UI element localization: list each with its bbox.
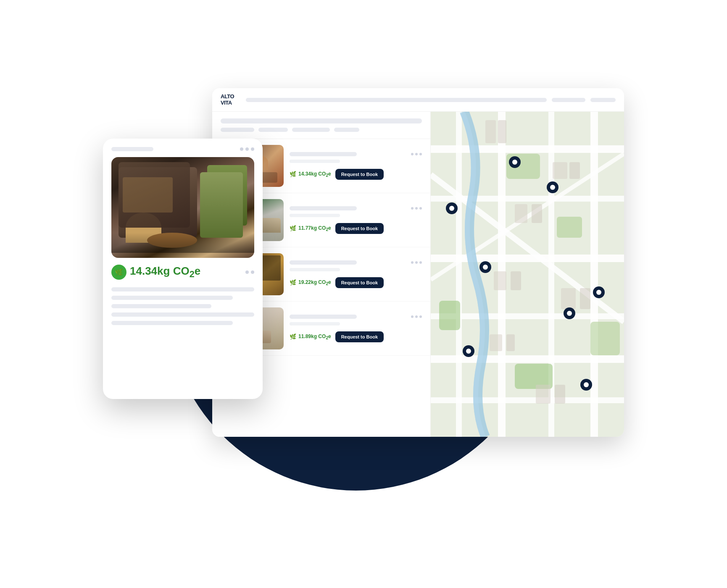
svg-rect-27 bbox=[580, 288, 590, 309]
svg-point-47 bbox=[584, 382, 589, 387]
co2-badge-3: 🌿 19.22kg CO2e bbox=[290, 279, 331, 286]
listing-title-bar-4 bbox=[290, 315, 422, 319]
listing-sub-2 bbox=[290, 214, 340, 217]
svg-point-41 bbox=[567, 311, 572, 316]
svg-rect-18 bbox=[485, 120, 496, 143]
map-panel bbox=[431, 112, 624, 437]
co2-badge-1: 🌿 14.34kg CO2e bbox=[290, 171, 331, 178]
browser-window: ALTO VITA bbox=[212, 88, 624, 437]
dot bbox=[415, 153, 418, 155]
listing-name-3 bbox=[290, 260, 357, 265]
listing-info-4: 🌿 11.89kg CO2e Request to Book bbox=[290, 315, 422, 342]
svg-rect-14 bbox=[557, 217, 582, 238]
dot bbox=[419, 153, 422, 155]
logo-text: ALTO VITA bbox=[221, 94, 234, 106]
filter-chip-2[interactable] bbox=[258, 128, 288, 132]
svg-point-33 bbox=[449, 206, 454, 211]
listing-info-2: 🌿 11.77kg CO2e Request to Book bbox=[290, 206, 422, 234]
two-dot bbox=[245, 270, 249, 274]
leaf-icon-1: 🌿 bbox=[290, 171, 296, 177]
listing-dots-3 bbox=[411, 261, 422, 264]
listing-sub-3 bbox=[290, 268, 340, 271]
map-svg bbox=[431, 112, 624, 437]
request-to-book-button-3[interactable]: Request to Book bbox=[335, 277, 384, 288]
svg-rect-21 bbox=[532, 204, 542, 223]
leaf-icon-4: 🌿 bbox=[290, 333, 296, 340]
svg-point-37 bbox=[550, 185, 555, 190]
svg-rect-10 bbox=[590, 112, 598, 437]
front-card: 🌿 14.34kg CO2e bbox=[103, 139, 263, 399]
leaf-icon-3: 🌿 bbox=[290, 279, 296, 286]
card-dot bbox=[240, 147, 243, 151]
card-image bbox=[111, 157, 254, 258]
browser-content: 🌿 14.34kg CO2e Request to Book bbox=[212, 112, 624, 437]
co2-badge-2: 🌿 11.77kg CO2e bbox=[290, 225, 331, 232]
listing-info-3: 🌿 19.22kg CO2e Request to Book bbox=[290, 260, 422, 288]
card-line-4 bbox=[111, 312, 254, 317]
co2-value-4: 11.89kg CO2e bbox=[298, 333, 331, 340]
dot bbox=[415, 261, 418, 264]
listing-footer-1: 🌿 14.34kg CO2e Request to Book bbox=[290, 169, 422, 180]
dot bbox=[411, 207, 414, 210]
filter-chip-3[interactable] bbox=[292, 128, 330, 132]
dot bbox=[411, 153, 414, 155]
co2-main-text: 14.34kg CO2e bbox=[130, 265, 200, 280]
svg-rect-26 bbox=[561, 288, 576, 309]
card-room-image bbox=[111, 157, 254, 258]
filter-chip-1[interactable] bbox=[221, 128, 254, 132]
svg-rect-29 bbox=[506, 334, 515, 351]
two-dots bbox=[245, 270, 254, 274]
svg-rect-19 bbox=[498, 120, 506, 143]
svg-point-35 bbox=[512, 160, 517, 165]
svg-rect-7 bbox=[456, 112, 462, 437]
co2-pill: 🌿 14.34kg CO2e bbox=[111, 265, 254, 280]
header-search-bar[interactable] bbox=[246, 98, 547, 102]
svg-rect-22 bbox=[553, 162, 567, 179]
listing-dots-1 bbox=[411, 153, 422, 155]
leaf-icon-main: 🌿 bbox=[115, 268, 123, 276]
filter-chip-4[interactable] bbox=[334, 128, 359, 132]
svg-point-45 bbox=[466, 349, 471, 354]
svg-rect-28 bbox=[490, 334, 502, 351]
listing-title-bar-2 bbox=[290, 206, 422, 210]
co2-value-3: 19.22kg CO2e bbox=[298, 279, 331, 286]
listing-sub-1 bbox=[290, 160, 340, 163]
card-lines bbox=[111, 287, 254, 325]
request-to-book-button-2[interactable]: Request to Book bbox=[335, 223, 384, 234]
request-to-book-button-1[interactable]: Request to Book bbox=[335, 169, 384, 180]
card-line-3 bbox=[111, 304, 211, 308]
leaf-circle: 🌿 bbox=[111, 265, 126, 280]
listing-footer-3: 🌿 19.22kg CO2e Request to Book bbox=[290, 277, 422, 288]
co2-value-2: 11.77kg CO2e bbox=[298, 225, 331, 232]
card-header bbox=[111, 147, 254, 151]
svg-rect-15 bbox=[439, 301, 460, 330]
svg-point-43 bbox=[596, 290, 601, 295]
listing-name-1 bbox=[290, 152, 357, 156]
card-line-2 bbox=[111, 296, 233, 300]
svg-rect-23 bbox=[569, 162, 580, 179]
dot bbox=[419, 315, 422, 318]
svg-rect-20 bbox=[515, 204, 527, 223]
filter-row bbox=[221, 128, 422, 132]
svg-point-39 bbox=[483, 265, 488, 270]
search-bar-area bbox=[212, 112, 430, 139]
co2-value-1: 14.34kg CO2e bbox=[298, 171, 331, 178]
card-dot bbox=[251, 147, 254, 151]
browser-header: ALTO VITA bbox=[212, 88, 624, 112]
dot bbox=[411, 315, 414, 318]
listing-footer-4: 🌿 11.89kg CO2e Request to Book bbox=[290, 331, 422, 342]
header-action-bar bbox=[552, 98, 585, 102]
listing-footer-2: 🌿 11.77kg CO2e Request to Book bbox=[290, 223, 422, 234]
request-to-book-button-4[interactable]: Request to Book bbox=[335, 331, 384, 342]
listing-name-4 bbox=[290, 315, 357, 319]
card-line-1 bbox=[111, 287, 254, 291]
svg-rect-25 bbox=[511, 271, 521, 290]
listing-dots-4 bbox=[411, 315, 422, 318]
two-dot bbox=[251, 270, 254, 274]
card-dots bbox=[240, 147, 254, 151]
svg-rect-31 bbox=[555, 385, 565, 404]
header-nav-bar bbox=[590, 98, 616, 102]
listing-dots-2 bbox=[411, 207, 422, 210]
listing-sub-4 bbox=[290, 322, 340, 326]
search-bar[interactable] bbox=[221, 118, 422, 123]
